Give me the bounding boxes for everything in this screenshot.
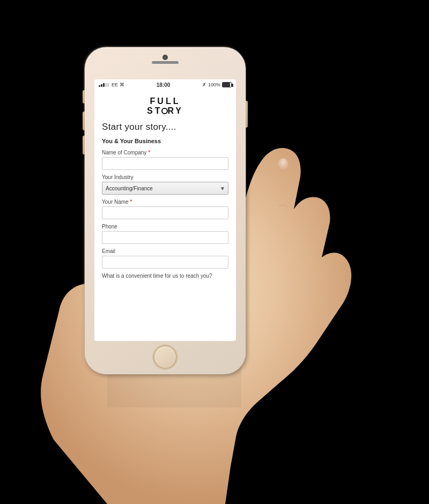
required-marker: * bbox=[148, 150, 150, 155]
home-button[interactable] bbox=[153, 345, 177, 369]
front-camera bbox=[162, 55, 168, 60]
phone-field: Phone bbox=[102, 224, 228, 244]
company-name-label: Name of Company * bbox=[102, 150, 228, 155]
logo-line1: FULL bbox=[102, 97, 228, 106]
battery-label: 100% bbox=[208, 82, 220, 87]
phone-input[interactable] bbox=[102, 231, 228, 244]
industry-field: Your Industry Accounting/Finance Technol… bbox=[102, 174, 228, 195]
volume-down-button bbox=[83, 136, 85, 154]
phone-screen: EE ⌘ 18:00 ✗ 100% bbox=[94, 79, 236, 341]
screen-content[interactable]: FULL STRY Start your story.... You & You… bbox=[94, 90, 236, 341]
battery-icon bbox=[222, 82, 232, 87]
email-field: Email bbox=[102, 248, 228, 269]
form-heading: Start your story.... bbox=[102, 122, 228, 132]
earpiece-speaker bbox=[152, 61, 179, 64]
your-name-label: Your Name * bbox=[102, 199, 228, 205]
clock-display: 18:00 bbox=[157, 82, 171, 88]
wifi-icon: ⌘ bbox=[120, 82, 124, 87]
power-button bbox=[246, 101, 248, 128]
phone-top-bar bbox=[85, 47, 246, 57]
industry-select[interactable]: Accounting/Finance Technology Healthcare… bbox=[102, 182, 228, 195]
email-input[interactable] bbox=[102, 256, 228, 269]
logo-line2: STRY bbox=[102, 106, 228, 116]
company-name-input[interactable] bbox=[102, 157, 228, 170]
company-name-field: Name of Company * bbox=[102, 150, 228, 170]
app-logo: FULL STRY bbox=[102, 97, 228, 115]
signal-bar-3 bbox=[103, 83, 105, 87]
scene: EE ⌘ 18:00 ✗ 100% bbox=[0, 0, 429, 504]
industry-label: Your Industry bbox=[102, 174, 228, 180]
bluetooth-icon: ✗ bbox=[202, 82, 206, 87]
signal-bar-2 bbox=[101, 84, 102, 87]
email-label: Email bbox=[102, 248, 228, 254]
logo-o-icon bbox=[161, 108, 168, 114]
signal-bars bbox=[99, 83, 109, 87]
phone-frame: EE ⌘ 18:00 ✗ 100% bbox=[85, 47, 246, 374]
status-bar: EE ⌘ 18:00 ✗ 100% bbox=[94, 79, 236, 90]
required-marker-2: * bbox=[130, 199, 132, 205]
your-name-input[interactable] bbox=[102, 206, 228, 219]
battery-fill bbox=[223, 83, 230, 87]
phone-label: Phone bbox=[102, 224, 228, 229]
carrier-label: EE bbox=[112, 82, 118, 87]
section-label: You & Your Business bbox=[102, 138, 228, 144]
status-right: ✗ 100% bbox=[202, 82, 232, 87]
status-left: EE ⌘ bbox=[99, 82, 124, 87]
industry-select-wrapper: Accounting/Finance Technology Healthcare… bbox=[102, 182, 228, 195]
signal-bar-4 bbox=[105, 83, 107, 87]
volume-up-button bbox=[83, 112, 85, 130]
your-name-field: Your Name * bbox=[102, 199, 228, 219]
reach-time-question: What is a convenient time for us to reac… bbox=[102, 273, 228, 279]
mute-button bbox=[83, 90, 85, 103]
signal-bar-1 bbox=[99, 85, 100, 87]
signal-bar-5 bbox=[107, 83, 109, 87]
